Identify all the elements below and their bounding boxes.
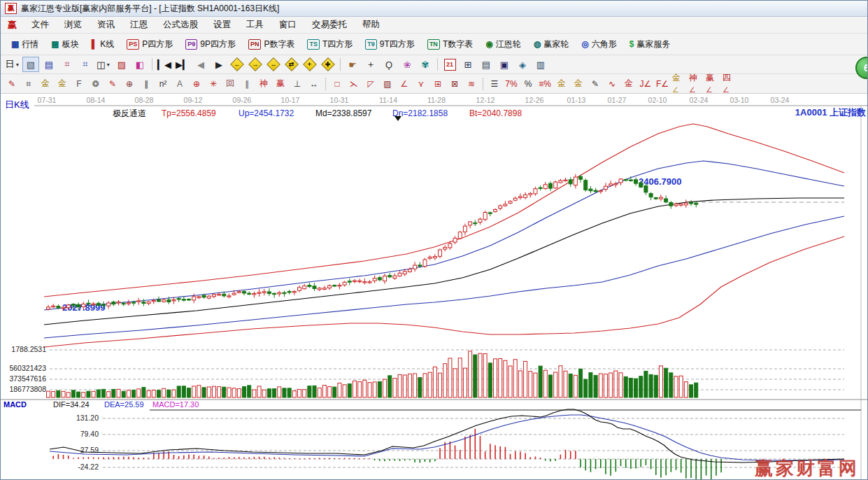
hexagon-button[interactable]: ◎六角形 [575, 35, 622, 54]
export-button[interactable]: ▥ [532, 57, 549, 72]
red-grid-2[interactable]: ⊠ [447, 76, 462, 92]
bars-3-icon[interactable]: ⌗ [59, 57, 76, 72]
kline-button[interactable]: ▌K线 [85, 35, 121, 54]
diamond-add[interactable]: + [301, 57, 318, 72]
red-grid[interactable]: ⊞ [430, 76, 446, 92]
ruler-tool[interactable]: ∥ [138, 76, 154, 92]
sectors-button[interactable]: ▩板块 [45, 35, 85, 54]
save-button[interactable]: ▣ [496, 57, 513, 72]
menu-item-help[interactable]: 帮助 [355, 17, 387, 33]
pen-k-tool[interactable]: ✎ [588, 76, 603, 92]
compass-tool[interactable]: ⊕ [122, 76, 137, 92]
ying-angle-tool[interactable]: 赢∠ [705, 76, 720, 92]
angle-lines[interactable]: ∠ [397, 76, 412, 92]
diamond-swap[interactable]: ⇄ [283, 57, 300, 72]
f-angle-tool[interactable]: F∠ [655, 76, 670, 92]
f-grid[interactable]: F [71, 76, 87, 92]
leaf-tool[interactable]: ✾ [417, 57, 434, 72]
gold-underline-tool[interactable]: 金 [621, 76, 636, 92]
red-star[interactable]: ✳ [206, 76, 221, 92]
fan-square[interactable]: ◸ [363, 76, 378, 92]
fan-lines[interactable]: ⋋ [346, 76, 362, 92]
t-number-table-button[interactable]: TNT数字表 [421, 35, 479, 54]
gold-lines-tool[interactable]: 金 [571, 76, 586, 92]
p-number-table-button[interactable]: PNP数字表 [242, 35, 301, 54]
menu-item-file[interactable]: 文件 [24, 17, 57, 33]
quotes-button[interactable]: ▦行情 [5, 35, 45, 54]
menu-item-formula-pick[interactable]: 公式选股 [155, 17, 206, 33]
t-square-button[interactable]: TST四方形 [301, 35, 359, 54]
menu-item-settings[interactable]: 设置 [206, 17, 239, 33]
j-angle-tool[interactable]: J∠ [638, 76, 653, 92]
flower-tool[interactable]: ❀ [399, 57, 415, 72]
9t-square-button[interactable]: T99T四方形 [359, 35, 421, 54]
skip-last[interactable]: ▶▎ [174, 57, 191, 72]
winner-wheel-button[interactable]: ◍赢家轮 [527, 35, 575, 54]
step-back[interactable]: ◀ [192, 57, 209, 72]
magnifier-tool[interactable]: Ϙ [380, 57, 397, 72]
si-angle-tool[interactable]: 四∠ [722, 76, 737, 92]
calculator-button[interactable]: ⊞ [460, 57, 476, 72]
chart-mode[interactable]: ▧ [22, 57, 39, 72]
shen-grid[interactable]: 神 [256, 76, 271, 92]
p-square-button[interactable]: PSP四方形 [120, 35, 179, 54]
gold-grid-2[interactable]: 金 [55, 76, 70, 92]
skip-first[interactable]: ▎◀ [156, 57, 173, 72]
gold-angle-tool[interactable]: 金∠ [671, 76, 687, 92]
step-forward[interactable]: ▶ [211, 57, 227, 72]
pattern-tool[interactable]: ▨ [113, 57, 130, 72]
seven-pct-tool[interactable]: 7% [504, 76, 519, 92]
h-arrows[interactable]: ↔ [306, 76, 322, 92]
diamond-right[interactable]: → [247, 57, 264, 72]
hand-tool[interactable]: ☛ [344, 57, 361, 72]
period-selector[interactable]: 日▼ [4, 57, 21, 72]
diamond-cross[interactable]: ✚ [320, 57, 336, 72]
red-square-tool[interactable]: □ [329, 76, 345, 92]
9p-square-button[interactable]: P99P四方形 [179, 35, 242, 54]
ruler-123[interactable]: ⊥ [290, 76, 305, 92]
shen-angle-tool[interactable]: 神∠ [688, 76, 704, 92]
menu-item-browse[interactable]: 浏览 [57, 17, 90, 33]
gold-grid-1[interactable]: 金 [38, 76, 53, 92]
menu-item-window[interactable]: 窗口 [271, 17, 304, 33]
date-label: 08-28 [135, 96, 154, 104]
histogram-flag-icon: ◧ [136, 59, 144, 70]
diamond-left[interactable]: ← [229, 57, 246, 72]
pen-tool[interactable]: ✎ [4, 76, 20, 92]
v-lines[interactable]: ⋎ [413, 76, 429, 92]
menu-item-gann[interactable]: 江恩 [122, 17, 155, 33]
levels-tool[interactable]: ☰ [487, 76, 502, 92]
grid-tool[interactable]: ⌗ [21, 76, 36, 92]
chart-canvas[interactable]: 07-3108-1408-2809-1209-2610-1710-3111-14… [1, 94, 868, 480]
diamond-hrange[interactable]: ↔ [265, 57, 282, 72]
k-dist-tool[interactable]: ∥ [239, 76, 255, 92]
candle-style[interactable]: ◫▼ [95, 57, 112, 72]
n-square-tool[interactable]: n² [155, 76, 171, 92]
red-pen[interactable]: ✎ [105, 76, 120, 92]
app-logo-icon: 赢 [5, 3, 17, 14]
spiral-tool[interactable]: ❂ [88, 76, 104, 92]
info-panel[interactable]: ▤ [41, 57, 57, 72]
menu-item-trade[interactable]: 交易委托 [304, 17, 355, 33]
wave-a-tool[interactable]: ∿ [604, 76, 620, 92]
ying-grid[interactable]: 赢 [273, 76, 288, 92]
gann-wheel-button[interactable]: ◉江恩轮 [479, 35, 527, 54]
hatch-square[interactable]: ▨ [380, 76, 395, 92]
gold-circle-tool[interactable]: 金 [554, 76, 569, 92]
lines-pct-tool[interactable]: ≡% [537, 76, 553, 92]
a-wave-tool[interactable]: A [172, 76, 187, 92]
menu-item-news[interactable]: 资讯 [90, 17, 122, 33]
percent-tool[interactable]: % [520, 76, 536, 92]
square-spiral[interactable]: 回 [222, 76, 238, 92]
histogram-flag[interactable]: ◧ [131, 57, 148, 72]
parallel-lines[interactable]: ≋ [464, 76, 479, 92]
menu-item-tools[interactable]: 工具 [239, 17, 271, 33]
notepad-button[interactable]: ▤ [478, 57, 495, 72]
crosshair-tool[interactable]: ＋ [362, 57, 379, 72]
bars-9-icon-icon: ⌗ [83, 59, 87, 70]
bars-9-icon[interactable]: ⌗ [77, 57, 94, 72]
winner-service-button[interactable]: $赢家服务 [623, 35, 677, 54]
red-crosshair[interactable]: ⊕ [189, 76, 204, 92]
calendar-button[interactable]: 21 [441, 57, 458, 72]
save-web-button[interactable]: ◈ [514, 57, 531, 72]
